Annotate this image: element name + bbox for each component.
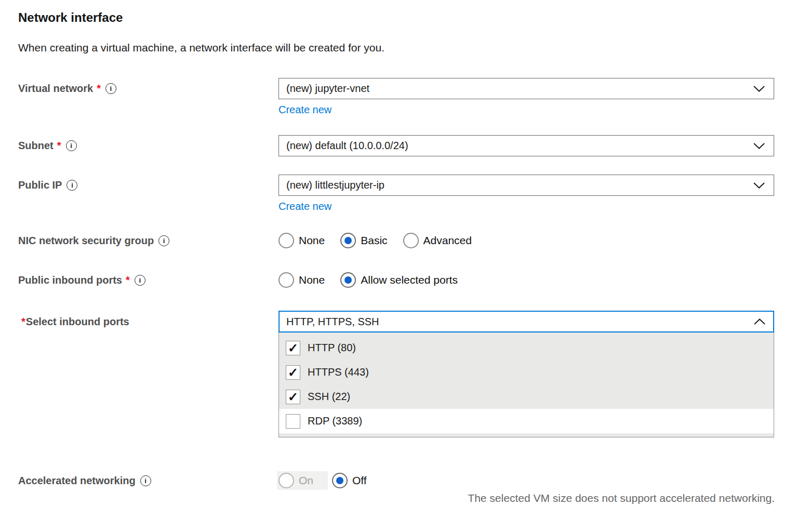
radio-button[interactable] [278, 272, 294, 288]
public-inbound-ports-label-text: Public inbound ports [18, 274, 122, 286]
nic-nsg-option-basic[interactable]: Basic [340, 233, 387, 248]
public-inbound-ports-radio-group: None Allow selected ports [278, 272, 458, 288]
public-ip-dropdown[interactable]: (new) littlestjupyter-ip [278, 175, 774, 196]
port-option-label: RDP (3389) [308, 415, 362, 427]
radio-option-label: Allow selected ports [361, 274, 458, 286]
nic-nsg-option-advanced[interactable]: Advanced [403, 233, 472, 248]
network-interface-form: Network interface When creating a virtua… [0, 0, 796, 532]
info-icon[interactable] [66, 140, 77, 151]
inbound-ports-option-list: HTTP (80) HTTPS (443) SSH (22) RDP (3389… [278, 332, 774, 437]
info-icon[interactable] [158, 235, 169, 246]
page-title: Network interface [18, 10, 123, 25]
chevron-down-icon [753, 182, 765, 189]
required-asterisk: * [97, 83, 101, 95]
port-option-https[interactable]: HTTPS (443) [279, 360, 774, 384]
chevron-down-icon [753, 143, 765, 149]
port-option-http[interactable]: HTTP (80) [279, 336, 774, 360]
port-option-ssh[interactable]: SSH (22) [279, 384, 774, 409]
public-ip-label: Public IP [18, 175, 77, 196]
virtual-network-dropdown[interactable]: (new) jupyter-vnet [278, 78, 774, 99]
virtual-network-create-new-link[interactable]: Create new [278, 104, 331, 116]
select-inbound-ports-label: * Select inbound ports [21, 311, 129, 332]
select-inbound-ports-combobox[interactable]: HTTP, HTTPS, SSH [278, 311, 774, 332]
nic-nsg-radio-group: None Basic Advanced [278, 233, 472, 248]
nic-nsg-label-text: NIC network security group [18, 235, 154, 247]
radio-option-label: On [299, 474, 313, 487]
accelerated-networking-option-on: On [277, 471, 328, 490]
subnet-label: Subnet * [18, 135, 77, 156]
info-icon[interactable] [140, 475, 151, 486]
subnet-value: (new) default (10.0.0.0/24) [286, 140, 408, 152]
select-inbound-ports-label-text: Select inbound ports [26, 316, 129, 328]
checkbox[interactable] [286, 414, 300, 429]
checkbox[interactable] [286, 341, 300, 355]
accelerated-networking-option-off[interactable]: Off [332, 473, 367, 488]
chevron-down-icon [753, 86, 765, 92]
port-option-label: HTTPS (443) [308, 366, 369, 378]
radio-button[interactable] [278, 233, 294, 248]
subnet-dropdown[interactable]: (new) default (10.0.0.0/24) [278, 135, 774, 156]
port-option-label: SSH (22) [308, 391, 350, 403]
nic-nsg-label: NIC network security group [18, 230, 169, 251]
checkbox[interactable] [286, 390, 300, 404]
public-inbound-option-allow-selected[interactable]: Allow selected ports [340, 272, 458, 288]
radio-button[interactable] [340, 272, 356, 288]
subnet-label-text: Subnet [18, 140, 54, 152]
radio-option-label: None [299, 234, 325, 247]
info-icon[interactable] [135, 275, 145, 286]
page-subtitle: When creating a virtual machine, a netwo… [18, 42, 384, 54]
radio-option-label: Off [352, 474, 367, 487]
public-ip-label-text: Public IP [18, 179, 62, 191]
required-asterisk: * [126, 274, 130, 286]
public-inbound-option-none[interactable]: None [278, 272, 325, 288]
port-option-label: HTTP (80) [308, 342, 356, 354]
radio-option-label: None [299, 274, 325, 286]
required-asterisk: * [57, 140, 61, 152]
info-icon[interactable] [67, 180, 77, 191]
select-inbound-ports-value: HTTP, HTTPS, SSH [286, 316, 379, 328]
public-inbound-ports-label: Public inbound ports * [18, 270, 145, 290]
checkbox[interactable] [286, 365, 300, 380]
chevron-up-icon [754, 318, 765, 325]
public-ip-create-new-link[interactable]: Create new [278, 201, 331, 212]
radio-option-label: Basic [361, 234, 387, 247]
accelerated-networking-radio-group: On Off [278, 471, 367, 490]
virtual-network-value: (new) jupyter-vnet [286, 83, 369, 95]
accelerated-networking-note: The selected VM size does not support ac… [468, 492, 775, 504]
public-ip-value: (new) littlestjupyter-ip [286, 179, 384, 191]
radio-button[interactable] [340, 233, 356, 248]
virtual-network-label-text: Virtual network [18, 83, 93, 95]
info-icon[interactable] [105, 83, 116, 94]
port-option-rdp[interactable]: RDP (3389) [279, 409, 774, 433]
radio-button[interactable] [332, 473, 348, 488]
radio-button[interactable] [403, 233, 419, 248]
virtual-network-label: Virtual network * [18, 78, 116, 99]
nic-nsg-option-none[interactable]: None [278, 233, 325, 248]
radio-button [278, 473, 294, 488]
radio-option-label: Advanced [423, 234, 472, 247]
required-asterisk: * [21, 316, 25, 328]
accelerated-networking-label-text: Accelerated networking [18, 475, 136, 487]
accelerated-networking-label: Accelerated networking [18, 470, 151, 491]
